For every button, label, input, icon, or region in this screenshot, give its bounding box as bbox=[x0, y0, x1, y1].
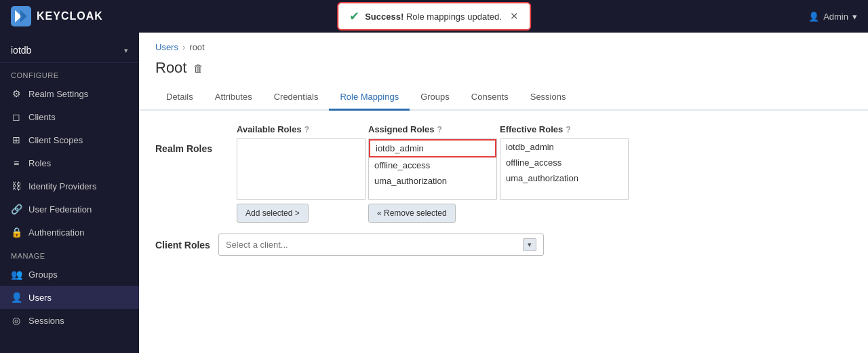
app-name: KEYCLOAK bbox=[37, 10, 103, 22]
assigned-roles-help-icon[interactable]: ? bbox=[437, 125, 442, 134]
sidebar-item-users[interactable]: 👤 Users bbox=[0, 286, 139, 309]
effective-roles-listbox: iotdb_admin offline_access uma_authoriza… bbox=[500, 138, 629, 200]
admin-chevron-icon: ▾ bbox=[852, 12, 857, 22]
roles-icon: ≡ bbox=[11, 157, 22, 168]
main-layout: iotdb ▾ Configure ⚙ Realm Settings ◻ Cli… bbox=[0, 33, 868, 353]
top-nav: KEYCLOAK ✔ Success! Role mappings update… bbox=[0, 0, 868, 33]
admin-label: Admin bbox=[823, 12, 848, 22]
client-roles-select[interactable]: Select a client... ▾ bbox=[218, 234, 544, 256]
assigned-roles-label: Assigned Roles bbox=[368, 124, 435, 134]
content-area: Users › root Root 🗑 Details Attributes C… bbox=[139, 33, 868, 353]
effective-role-offline-access: offline_access bbox=[500, 155, 628, 170]
remove-selected-button[interactable]: « Remove selected bbox=[368, 204, 456, 223]
tab-details[interactable]: Details bbox=[155, 85, 204, 111]
realm-selector[interactable]: iotdb ▾ bbox=[0, 38, 139, 63]
sidebar-label-users: Users bbox=[28, 293, 52, 303]
sidebar-label-groups: Groups bbox=[28, 270, 58, 280]
effective-roles-help-icon[interactable]: ? bbox=[566, 125, 570, 134]
assigned-role-offline-access[interactable]: offline_access bbox=[369, 157, 496, 173]
sidebar-label-client-scopes: Client Scopes bbox=[28, 135, 83, 145]
sidebar-label-sessions: Sessions bbox=[28, 316, 64, 326]
sidebar-label-identity-providers: Identity Providers bbox=[28, 181, 96, 191]
sidebar-label-realm-settings: Realm Settings bbox=[28, 89, 88, 99]
add-selected-button[interactable]: Add selected > bbox=[237, 204, 309, 223]
realm-chevron-icon: ▾ bbox=[124, 46, 128, 55]
tab-groups[interactable]: Groups bbox=[410, 85, 460, 111]
toast-success-prefix: Success! Role mappings updated. bbox=[365, 12, 502, 22]
groups-icon: 👥 bbox=[11, 269, 22, 280]
admin-area[interactable]: 👤 Admin ▾ bbox=[808, 12, 857, 22]
keycloak-logo-icon bbox=[11, 6, 31, 26]
tabs-bar: Details Attributes Credentials Role Mapp… bbox=[139, 85, 868, 111]
effective-role-uma-authorization: uma_authorization bbox=[500, 170, 628, 186]
logo-area: KEYCLOAK bbox=[11, 6, 103, 26]
assigned-roles-listbox[interactable]: iotdb_admin offline_access uma_authoriza… bbox=[368, 138, 497, 200]
client-roles-placeholder: Select a client... bbox=[226, 240, 288, 250]
breadcrumb-users-link[interactable]: Users bbox=[155, 42, 178, 52]
available-roles-listbox[interactable] bbox=[237, 138, 366, 200]
effective-roles-col: Effective Roles ? iotdb_admin offline_ac… bbox=[500, 124, 629, 200]
toast-close-button[interactable]: ✕ bbox=[510, 10, 519, 22]
client-roles-row: Client Roles Select a client... ▾ bbox=[155, 234, 852, 256]
sidebar-label-authentication: Authentication bbox=[28, 227, 84, 238]
tab-credentials[interactable]: Credentials bbox=[263, 85, 330, 111]
breadcrumb-separator: › bbox=[182, 42, 185, 52]
realm-name: iotdb bbox=[11, 45, 31, 56]
breadcrumb: Users › root bbox=[139, 33, 868, 52]
tab-role-mappings[interactable]: Role Mappings bbox=[329, 85, 410, 111]
realm-settings-icon: ⚙ bbox=[11, 88, 22, 99]
sidebar-label-user-federation: User Federation bbox=[28, 204, 92, 215]
manage-section-label: Manage bbox=[0, 244, 139, 263]
success-check-icon: ✔ bbox=[349, 9, 359, 24]
breadcrumb-current: root bbox=[189, 42, 204, 52]
admin-person-icon: 👤 bbox=[808, 12, 819, 22]
effective-roles-header: Effective Roles ? bbox=[500, 124, 629, 134]
assigned-role-iotdb-admin[interactable]: iotdb_admin bbox=[369, 139, 496, 157]
sidebar-item-realm-settings[interactable]: ⚙ Realm Settings bbox=[0, 82, 139, 105]
effective-role-iotdb-admin: iotdb_admin bbox=[500, 139, 628, 155]
client-roles-label: Client Roles bbox=[155, 240, 210, 250]
user-federation-icon: 🔗 bbox=[11, 204, 22, 215]
sidebar: iotdb ▾ Configure ⚙ Realm Settings ◻ Cli… bbox=[0, 33, 139, 353]
identity-providers-icon: ⛓ bbox=[11, 181, 22, 191]
page-title: Root bbox=[155, 59, 186, 77]
configure-section-label: Configure bbox=[0, 63, 139, 82]
effective-roles-label: Effective Roles bbox=[500, 124, 563, 134]
delete-user-button[interactable]: 🗑 bbox=[193, 62, 203, 74]
users-icon: 👤 bbox=[11, 292, 22, 303]
sidebar-item-authentication[interactable]: 🔒 Authentication bbox=[0, 221, 139, 244]
sidebar-item-client-scopes[interactable]: ⊞ Client Scopes bbox=[0, 128, 139, 151]
available-roles-label: Available Roles bbox=[237, 124, 302, 134]
sidebar-item-roles[interactable]: ≡ Roles bbox=[0, 151, 139, 174]
client-roles-dropdown-arrow-icon[interactable]: ▾ bbox=[523, 238, 536, 251]
tab-attributes[interactable]: Attributes bbox=[204, 85, 263, 111]
assigned-roles-header: Assigned Roles ? bbox=[368, 124, 497, 134]
authentication-icon: 🔒 bbox=[11, 227, 22, 238]
clients-icon: ◻ bbox=[11, 111, 22, 122]
sidebar-item-user-federation[interactable]: 🔗 User Federation bbox=[0, 198, 139, 221]
available-roles-header: Available Roles ? bbox=[237, 124, 366, 134]
assigned-roles-col: Assigned Roles ? iotdb_admin offline_acc… bbox=[368, 124, 497, 223]
available-roles-col: Available Roles ? Add selected > bbox=[237, 124, 366, 223]
sidebar-item-identity-providers[interactable]: ⛓ Identity Providers bbox=[0, 174, 139, 198]
sidebar-label-clients: Clients bbox=[28, 112, 56, 122]
page-header: Root 🗑 bbox=[139, 52, 868, 77]
success-toast: ✔ Success! Role mappings updated. ✕ bbox=[337, 2, 531, 31]
sidebar-item-groups[interactable]: 👥 Groups bbox=[0, 263, 139, 286]
client-scopes-icon: ⊞ bbox=[11, 134, 22, 145]
tab-sessions[interactable]: Sessions bbox=[519, 85, 577, 111]
sidebar-label-roles: Roles bbox=[28, 158, 51, 168]
available-roles-help-icon[interactable]: ? bbox=[304, 125, 309, 134]
realm-roles-label: Realm Roles bbox=[155, 143, 212, 154]
sessions-icon: ◎ bbox=[11, 315, 22, 326]
sidebar-item-sessions[interactable]: ◎ Sessions bbox=[0, 309, 139, 332]
tab-consents[interactable]: Consents bbox=[460, 85, 519, 111]
sidebar-item-clients[interactable]: ◻ Clients bbox=[0, 105, 139, 128]
role-mappings-panel: Realm Roles Available Roles ? Add select… bbox=[139, 111, 868, 270]
assigned-role-uma-authorization[interactable]: uma_authorization bbox=[369, 173, 496, 189]
